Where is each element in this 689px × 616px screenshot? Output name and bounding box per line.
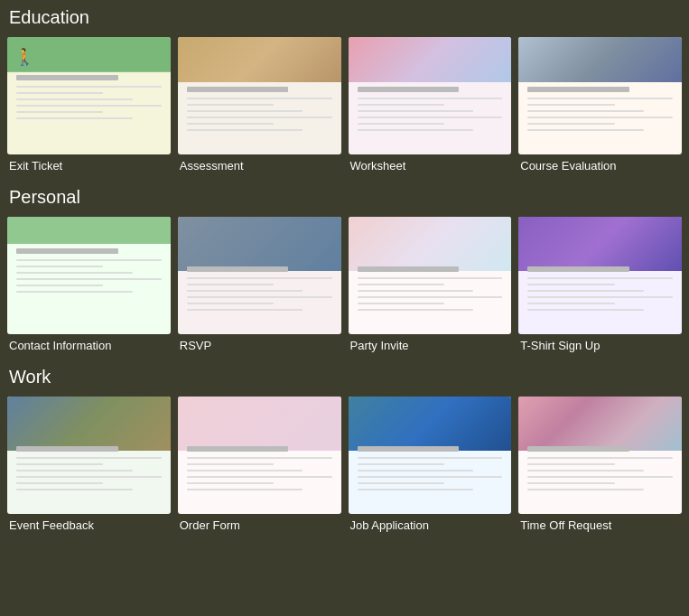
template-label-course-evaluation: Course Evaluation <box>518 159 616 173</box>
form-title-line <box>358 446 460 452</box>
form-lines-assessment <box>187 87 332 147</box>
form-line <box>358 277 503 279</box>
template-label-tshirt-sign-up: T-Shirt Sign Up <box>518 339 600 352</box>
thumbnail-time-off-request <box>518 397 682 514</box>
form-line <box>358 489 474 490</box>
section-education: EducationExit TicketAssessmentWorksheetC… <box>7 7 682 173</box>
form-line <box>527 470 644 471</box>
template-card-time-off-request[interactable]: Time Off Request <box>518 397 682 532</box>
template-card-contact-information[interactable]: Contact Information <box>7 217 171 352</box>
form-line <box>187 309 303 311</box>
form-line <box>527 296 673 298</box>
form-lines-worksheet <box>358 87 503 147</box>
form-line <box>358 309 474 311</box>
form-lines-rsvp <box>187 266 332 327</box>
form-line <box>358 296 503 298</box>
template-card-party-invite[interactable]: Party Invite <box>349 217 512 352</box>
form-line <box>527 482 614 484</box>
form-line <box>358 98 503 99</box>
template-card-course-evaluation[interactable]: Course Evaluation <box>518 37 682 173</box>
form-line <box>358 284 444 285</box>
form-title-line <box>187 446 289 452</box>
form-title-line <box>187 87 289 92</box>
form-line <box>527 123 614 125</box>
form-line <box>16 98 133 100</box>
thumbnail-exit-ticket <box>7 37 171 154</box>
form-lines-party-invite <box>358 266 503 327</box>
form-line <box>187 457 332 459</box>
template-card-worksheet[interactable]: Worksheet <box>349 37 512 173</box>
thumbnail-worksheet <box>349 37 512 154</box>
form-line <box>527 117 673 118</box>
form-line <box>358 129 474 131</box>
form-line <box>527 457 673 459</box>
form-line <box>187 123 274 125</box>
form-line <box>187 470 303 471</box>
template-label-worksheet: Worksheet <box>349 159 406 173</box>
form-line <box>358 290 474 292</box>
thumbnail-course-evaluation <box>518 37 682 154</box>
form-line <box>527 284 614 285</box>
form-lines-course-evaluation <box>527 87 673 147</box>
form-title-line <box>16 75 118 80</box>
section-work: WorkEvent FeedbackOrder FormJob Applicat… <box>7 367 682 532</box>
template-card-tshirt-sign-up[interactable]: T-Shirt Sign Up <box>518 217 682 352</box>
template-card-order-form[interactable]: Order Form <box>178 397 341 532</box>
form-lines-order-form <box>187 446 332 507</box>
form-line <box>187 129 303 131</box>
form-line <box>16 266 103 267</box>
form-lines-exit-ticket <box>16 75 162 147</box>
template-label-party-invite: Party Invite <box>349 339 409 352</box>
form-line <box>16 482 103 484</box>
form-line <box>527 463 614 465</box>
form-line <box>187 489 303 490</box>
form-line <box>358 457 503 459</box>
section-title-work: Work <box>7 367 682 387</box>
form-line <box>358 470 474 471</box>
template-grid-education: Exit TicketAssessmentWorksheetCourse Eva… <box>7 37 682 173</box>
form-line <box>187 482 274 484</box>
form-line <box>358 303 444 304</box>
form-line <box>16 470 133 471</box>
template-card-event-feedback[interactable]: Event Feedback <box>7 397 171 532</box>
form-line <box>358 482 444 484</box>
form-line <box>358 463 444 465</box>
form-lines-job-application <box>358 446 503 507</box>
form-line <box>16 272 133 274</box>
thumbnail-order-form <box>178 397 341 514</box>
template-card-rsvp[interactable]: RSVP <box>178 217 341 352</box>
form-title-line <box>358 266 460 272</box>
thumbnail-rsvp <box>178 217 341 334</box>
form-line <box>16 86 162 88</box>
form-line <box>187 296 332 298</box>
form-title-line <box>527 266 629 272</box>
form-line <box>187 277 332 279</box>
form-line <box>527 489 644 490</box>
form-line <box>527 277 673 279</box>
form-line <box>187 284 274 285</box>
template-label-exit-ticket: Exit Ticket <box>7 159 62 173</box>
form-line <box>527 110 644 112</box>
form-line <box>187 290 303 292</box>
template-card-exit-ticket[interactable]: Exit Ticket <box>7 37 171 173</box>
form-line <box>16 489 133 490</box>
template-card-assessment[interactable]: Assessment <box>178 37 341 173</box>
thumbnail-party-invite <box>349 217 512 334</box>
form-line <box>187 110 303 112</box>
form-line <box>358 476 503 478</box>
thumbnail-event-feedback <box>7 397 171 514</box>
template-label-assessment: Assessment <box>178 159 244 173</box>
form-line <box>527 98 673 99</box>
form-line <box>187 476 332 478</box>
section-title-personal: Personal <box>7 187 682 208</box>
form-line <box>16 259 162 261</box>
form-line <box>187 104 274 106</box>
template-card-job-application[interactable]: Job Application <box>349 397 512 532</box>
template-label-contact-information: Contact Information <box>7 339 111 352</box>
thumbnail-assessment <box>178 37 341 154</box>
form-line <box>16 278 162 280</box>
form-line <box>527 303 614 304</box>
form-line <box>358 117 503 118</box>
form-title-line <box>16 446 118 452</box>
template-label-time-off-request: Time Off Request <box>518 518 611 532</box>
